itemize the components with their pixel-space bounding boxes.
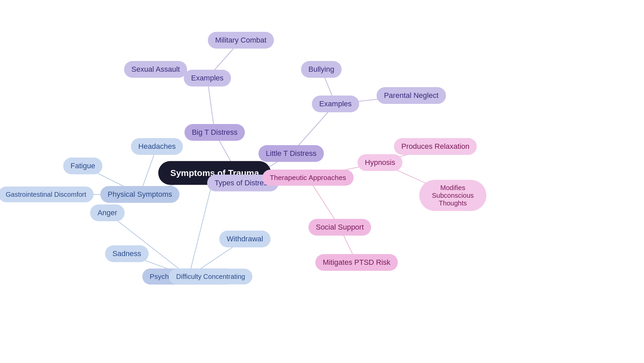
node-big-t-distress: Big T Distress [184,124,245,141]
node-produces-relaxation: Produces Relaxation [394,138,477,155]
node-withdrawal: Withdrawal [219,231,271,247]
node-military-combat: Military Combat [208,32,274,49]
node-sadness: Sadness [105,245,149,262]
node-examples-big-t: Examples [184,70,231,86]
node-headaches: Headaches [131,138,183,155]
node-parental-neglect: Parental Neglect [377,87,446,104]
node-modifies-subconscious: Modifies Subconscious Thoughts [419,180,486,211]
node-bullying: Bullying [301,61,341,78]
node-examples-little-t: Examples [312,96,359,112]
node-sexual-assault: Sexual Assault [124,61,187,78]
svg-line-7 [107,213,189,277]
node-difficulty-concentrating: Difficulty Concentrating [169,269,252,285]
node-social-support: Social Support [308,219,371,236]
node-mitigates-ptsd: Mitigates PTSD Risk [315,254,398,271]
node-hypnosis: Hypnosis [358,154,402,171]
node-fatigue: Fatigue [63,158,102,174]
node-therapeutic-approaches: Therapeutic Approaches [262,170,354,186]
node-little-t-distress: Little T Distress [259,145,324,162]
node-anger: Anger [90,204,125,221]
node-gastrointestinal: Gastrointestinal Discomfort [0,187,94,202]
node-physical-symptoms: Physical Symptoms [100,186,179,203]
